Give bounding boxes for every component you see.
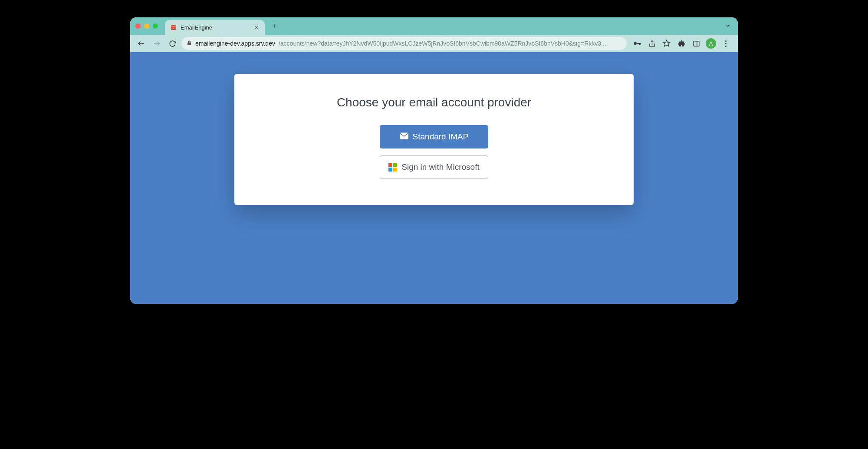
tabs-menu-button[interactable] (725, 23, 731, 30)
sign-in-microsoft-button[interactable]: Sign in with Microsoft (380, 155, 488, 179)
browser-menu-button[interactable] (720, 38, 731, 49)
svg-rect-8 (694, 41, 699, 46)
envelope-icon (400, 132, 408, 142)
standard-imap-button[interactable]: Standard IMAP (380, 125, 488, 149)
browser-toolbar: emailengine-dev.apps.srv.dev/accounts/ne… (130, 35, 738, 52)
page-heading: Choose your email account provider (252, 96, 616, 109)
window-controls (135, 23, 158, 29)
bookmark-star-icon[interactable] (661, 38, 672, 49)
page-viewport: Choose your email account provider Stand… (130, 52, 738, 304)
provider-button-group: Standard IMAP Sign in with Microsoft (252, 125, 616, 179)
new-tab-button[interactable]: + (268, 20, 280, 32)
browser-window: EmailEngine × + emailengine-dev.apps.srv… (130, 17, 738, 304)
window-close-button[interactable] (135, 23, 141, 29)
browser-tab[interactable]: EmailEngine × (165, 20, 265, 35)
password-key-icon[interactable] (632, 38, 642, 49)
imap-button-label: Standard IMAP (413, 132, 469, 142)
svg-rect-4 (639, 43, 640, 45)
tab-close-button[interactable]: × (253, 24, 260, 31)
toolbar-right: A (629, 38, 733, 49)
microsoft-button-label: Sign in with Microsoft (401, 162, 480, 172)
tab-favicon-icon (170, 24, 177, 31)
share-icon[interactable] (647, 38, 657, 49)
tab-strip: EmailEngine × + (130, 17, 738, 35)
url-host: emailengine-dev.apps.srv.dev (195, 40, 275, 47)
forward-button[interactable] (150, 37, 163, 50)
reload-button[interactable] (166, 37, 179, 50)
address-bar[interactable]: emailengine-dev.apps.srv.dev/accounts/ne… (181, 37, 627, 50)
back-button[interactable] (135, 37, 148, 50)
svg-rect-5 (640, 43, 641, 44)
profile-avatar[interactable]: A (706, 38, 716, 49)
microsoft-logo-icon (388, 163, 397, 172)
window-maximize-button[interactable] (153, 23, 158, 29)
svg-point-2 (634, 42, 637, 45)
url-path: /accounts/new?data=eyJhY2NvdW50IjpudWxsL… (279, 40, 606, 47)
extensions-icon[interactable] (676, 38, 687, 49)
lock-icon (187, 40, 192, 47)
sidepanel-icon[interactable] (691, 38, 701, 49)
window-minimize-button[interactable] (144, 23, 149, 29)
avatar-initial: A (709, 40, 713, 47)
tab-title: EmailEngine (181, 24, 249, 31)
provider-card: Choose your email account provider Stand… (234, 74, 634, 205)
svg-marker-7 (664, 40, 670, 46)
